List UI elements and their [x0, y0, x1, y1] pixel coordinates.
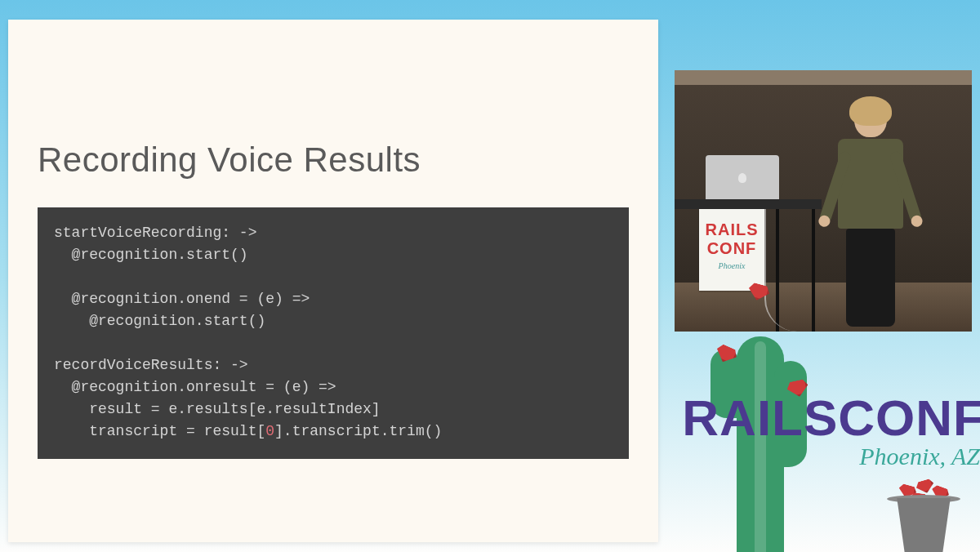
poster-line2: CONF [699, 239, 764, 258]
poster-line3: Phoenix [699, 261, 764, 270]
slide-title: Recording Voice Results [8, 20, 658, 180]
presentation-slide: Recording Voice Results startVoiceRecord… [8, 20, 658, 542]
presenter-figure [822, 100, 920, 328]
presenter-legs [846, 229, 895, 327]
code-block: startVoiceRecording: -> @recognition.sta… [38, 207, 629, 459]
video-bg-ceiling [675, 70, 972, 85]
speaker-video: RAILS CONF Phoenix [675, 70, 972, 332]
podium-poster: RAILS CONF Phoenix [699, 209, 764, 291]
gem-bucket-illustration [887, 482, 960, 552]
conference-branding: RAILSCONF Phoenix, AZ [686, 336, 980, 541]
presenter-torso [838, 139, 903, 229]
conference-location: Phoenix, AZ [859, 443, 980, 470]
poster-line1: RAILS [699, 220, 764, 239]
podium-surface [675, 199, 822, 209]
laptop-icon [706, 155, 779, 201]
code-content: startVoiceRecording: -> @recognition.sta… [54, 225, 442, 439]
conference-title: RAILSCONF [682, 389, 980, 447]
presenter-head [854, 100, 887, 137]
ruby-gem-icon [915, 478, 936, 495]
